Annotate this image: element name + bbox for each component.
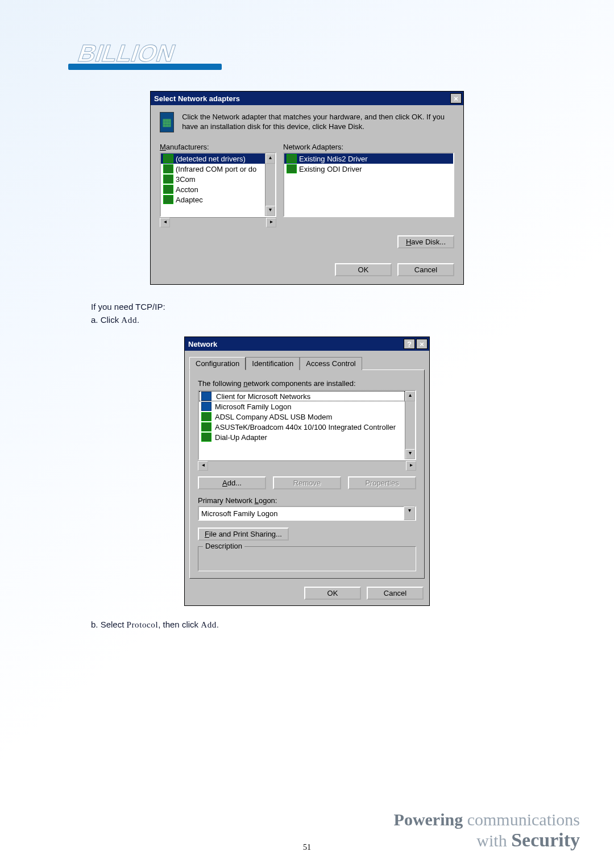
ok-button[interactable]: OK bbox=[304, 587, 361, 600]
list-item[interactable]: Existing ODI Driver bbox=[284, 164, 453, 174]
list-item[interactable]: ADSL Company ADSL USB Modem bbox=[199, 412, 405, 422]
list-item[interactable]: (detected net drivers) bbox=[161, 153, 265, 164]
instruction-text: If you need TCP/IP: bbox=[91, 302, 546, 312]
scroll-up-icon[interactable]: ▴ bbox=[405, 391, 415, 401]
list-item[interactable]: (Infrared COM port or do bbox=[161, 164, 265, 174]
description-group: Description bbox=[198, 546, 416, 571]
scroll-up-icon[interactable]: ▴ bbox=[265, 153, 275, 164]
scroll-right-icon[interactable]: ▸ bbox=[406, 461, 416, 471]
ok-button[interactable]: OK bbox=[335, 263, 392, 276]
close-icon[interactable]: × bbox=[450, 93, 462, 103]
network-dialog: Network ? × Configuration Identification… bbox=[184, 337, 430, 606]
footer-slogan: Powering communications with Security bbox=[394, 810, 580, 851]
scrollbar-vertical[interactable]: ▴ ▾ bbox=[405, 391, 415, 459]
dialog-title: Network bbox=[188, 340, 217, 348]
list-item[interactable]: Adaptec bbox=[161, 194, 265, 205]
list-item[interactable]: Existing Ndis2 Driver bbox=[284, 153, 453, 164]
dialog-instruction: Click the Network adapter that matches y… bbox=[182, 112, 454, 131]
help-icon[interactable]: ? bbox=[404, 339, 415, 349]
primary-logon-combo[interactable]: Microsoft Family Logon ▾ bbox=[198, 506, 416, 521]
scroll-down-icon[interactable]: ▾ bbox=[265, 206, 275, 216]
components-list[interactable]: Client for Microsoft Networks Microsoft … bbox=[198, 390, 416, 460]
list-item[interactable]: Dial-Up Adapter bbox=[199, 432, 405, 442]
adapters-list[interactable]: Existing Ndis2 Driver Existing ODI Drive… bbox=[283, 152, 454, 217]
instruction-step-b: b. Select Protocol, then click Add. bbox=[91, 620, 546, 630]
description-label: Description bbox=[203, 542, 244, 550]
remove-button: Remove bbox=[273, 476, 341, 489]
properties-button: Properties bbox=[348, 476, 416, 489]
scroll-right-icon[interactable]: ▸ bbox=[266, 218, 276, 227]
primary-logon-value: Microsoft Family Logon bbox=[199, 509, 404, 518]
list-item[interactable]: 3Com bbox=[161, 174, 265, 184]
tab-configuration[interactable]: Configuration bbox=[189, 357, 246, 370]
chevron-down-icon[interactable]: ▾ bbox=[404, 506, 415, 520]
cancel-button[interactable]: Cancel bbox=[397, 263, 454, 276]
dialog-titlebar: Select Network adapters × bbox=[151, 92, 463, 105]
scroll-left-icon[interactable]: ◂ bbox=[160, 218, 170, 227]
scrollbar-horizontal[interactable]: ◂ ▸ bbox=[160, 217, 276, 227]
tab-strip: Configuration Identification Access Cont… bbox=[189, 356, 429, 369]
scroll-left-icon[interactable]: ◂ bbox=[198, 461, 208, 471]
instruction-step-a: a. Click Add. bbox=[91, 315, 546, 325]
tab-page: The following network components are ins… bbox=[189, 369, 425, 579]
dialog-titlebar: Network ? × bbox=[185, 337, 429, 351]
scroll-down-icon[interactable]: ▾ bbox=[405, 449, 415, 459]
list-item[interactable]: ASUSTeK/Broadcom 440x 10/100 Integrated … bbox=[199, 422, 405, 432]
manufacturers-list[interactable]: (detected net drivers) (Infrared COM por… bbox=[160, 152, 276, 217]
cancel-button[interactable]: Cancel bbox=[367, 587, 424, 600]
brand-logo: BILLION bbox=[68, 34, 546, 85]
primary-logon-label: Primary Network Logon: bbox=[198, 496, 416, 505]
scrollbar-vertical[interactable]: ▴ ▾ bbox=[265, 153, 275, 216]
have-disk-button[interactable]: Have Disk... bbox=[397, 235, 454, 248]
close-icon[interactable]: × bbox=[416, 339, 428, 349]
adapters-label: Network Adapters: bbox=[283, 143, 454, 151]
brand-text: BILLION bbox=[75, 40, 179, 67]
scrollbar-horizontal[interactable]: ◂ ▸ bbox=[198, 460, 416, 471]
list-item[interactable]: Microsoft Family Logon bbox=[199, 401, 405, 412]
components-label: The following network components are ins… bbox=[198, 379, 416, 388]
tab-identification[interactable]: Identification bbox=[246, 357, 300, 370]
add-button[interactable]: Add... bbox=[198, 476, 266, 489]
manufacturers-label: MManufacturers:anufacturers: bbox=[160, 143, 276, 151]
tab-access-control[interactable]: Access Control bbox=[300, 357, 362, 370]
adapter-icon: ▦ bbox=[160, 112, 174, 132]
select-network-adapters-dialog: Select Network adapters × ▦ Click the Ne… bbox=[150, 91, 464, 285]
file-print-sharing-button[interactable]: File and Print Sharing... bbox=[198, 528, 289, 541]
dialog-title: Select Network adapters bbox=[154, 94, 240, 103]
list-item[interactable]: Client for Microsoft Networks bbox=[199, 391, 405, 401]
list-item[interactable]: Accton bbox=[161, 184, 265, 194]
